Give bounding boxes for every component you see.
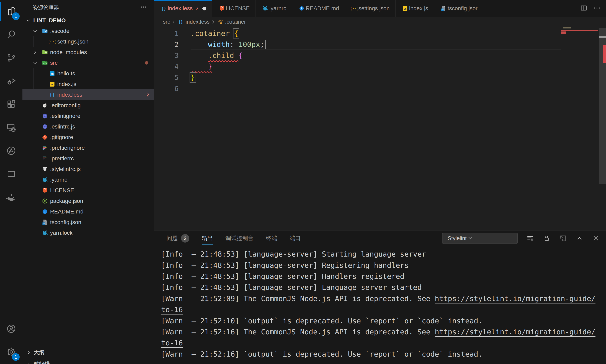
- minimap-code-mark: [563, 27, 571, 28]
- activity-item-run-and-debug[interactable]: [0, 70, 23, 93]
- tree-item-settings.json[interactable]: {··}settings.json: [23, 36, 154, 47]
- explorer-more-actions-icon[interactable]: [140, 3, 147, 12]
- editor-tab-bar: {}index.less2LICENSE.yarnrciREADME.md{··…: [154, 0, 606, 17]
- explorer-title: 资源管理器: [33, 4, 59, 11]
- tree-item-label: .eslintignore: [50, 113, 80, 119]
- tree-item-.gitignore[interactable]: .gitignore: [23, 132, 154, 143]
- output-link[interactable]: https://stylelint.io/migration-guide/: [435, 294, 595, 303]
- tree-item-.prettierrc[interactable]: .prettierrc: [23, 153, 154, 164]
- code-editor[interactable]: 1.cotainer {2 width: 100px;3 .child {4 }…: [154, 27, 606, 230]
- editor-actions: [575, 0, 606, 17]
- tab-.yarnrc[interactable]: .yarnrc: [256, 0, 292, 17]
- editor-scrollbar[interactable]: [599, 27, 606, 230]
- tree-item-.prettierignore[interactable]: .prettierignore: [23, 143, 154, 153]
- code-text: [191, 83, 561, 94]
- code-token: 100px: [238, 40, 260, 49]
- minimap[interactable]: [561, 27, 599, 230]
- panel-action-icons: [526, 234, 600, 242]
- tree-item-LICENSE[interactable]: LICENSE: [23, 185, 154, 196]
- lock-icon[interactable]: [543, 234, 551, 242]
- tab-README.md[interactable]: iREADME.md: [292, 0, 345, 17]
- tree-item-.vscode[interactable]: .vscode: [23, 26, 154, 36]
- tree-item-yarn.lock[interactable]: yarn.lock: [23, 228, 154, 238]
- tree-item-.editorconfig[interactable]: .editorconfig: [23, 100, 154, 111]
- clear-output-icon[interactable]: [526, 234, 534, 242]
- less-icon: {}: [160, 5, 168, 12]
- svg-text:</>: </>: [43, 62, 47, 64]
- close-icon[interactable]: [592, 234, 600, 242]
- breadcrumb-item-src[interactable]: src: [163, 19, 170, 25]
- tree-root-lint-demo[interactable]: LINT_DEMO: [23, 15, 154, 26]
- activity-item-source-control[interactable]: [0, 47, 23, 70]
- tree-item-src[interactable]: </>src: [23, 58, 154, 68]
- tree-item-label: .stylelintrc.js: [50, 166, 80, 172]
- activity-item-magic-lamp[interactable]: [0, 186, 23, 209]
- source-control-icon: [6, 52, 16, 64]
- tree-item-label: package.json: [50, 198, 83, 204]
- tab-problems-badge: 2: [196, 5, 198, 12]
- tree-item-hello.ts[interactable]: TShello.ts: [23, 68, 154, 79]
- activity-item-share[interactable]: [0, 140, 23, 163]
- section-outline[interactable]: 大纲: [23, 347, 154, 358]
- tree-item-label: index.less: [57, 91, 82, 98]
- tab-LICENSE[interactable]: LICENSE: [212, 0, 256, 17]
- panel-tab-问题[interactable]: 问题2: [167, 231, 189, 246]
- tree-item-package.json[interactable]: JSpackage.json: [23, 196, 154, 206]
- folder-node-icon: [40, 49, 49, 56]
- tab-label: .yarnrc: [269, 5, 286, 12]
- tree-item-index.less[interactable]: {}index.less2: [23, 89, 154, 100]
- output-link[interactable]: to-16: [161, 339, 183, 347]
- activity-item-explorer[interactable]: 1: [0, 0, 23, 23]
- more-actions-icon[interactable]: [593, 4, 601, 13]
- activity-item-remote-explorer[interactable]: [0, 116, 23, 140]
- activity-item-manage[interactable]: 1: [0, 341, 23, 364]
- code-text: .child {: [191, 50, 561, 61]
- tree-item-.eslintrc.js[interactable]: .eslintrc.js: [23, 121, 154, 132]
- tree-item-.stylelintrc.js[interactable]: .stylelintrc.js: [23, 164, 154, 174]
- panel-tab-终端[interactable]: 终端: [266, 231, 277, 246]
- tab-settings.json[interactable]: {··}settings.json: [345, 0, 396, 17]
- svg-text:{}: {}: [161, 6, 166, 11]
- activity-item-accounts[interactable]: [0, 317, 23, 341]
- activity-item-extensions[interactable]: [0, 93, 23, 116]
- svg-text:i: i: [44, 210, 45, 213]
- output-text: [Warn — 21:52:10] `output` is deprecated…: [161, 317, 483, 325]
- tab-tsconfig.jsor[interactable]: TStsconfig.jsor: [434, 0, 483, 17]
- output-link[interactable]: https://stylelint.io/migration-guide/: [435, 328, 595, 336]
- tree-item-index.js[interactable]: JSindex.js: [23, 79, 154, 89]
- tree-item-label: .yarnrc: [50, 177, 67, 183]
- chevron-up-icon[interactable]: [576, 234, 583, 242]
- tree-item-label: .vscode: [50, 28, 70, 34]
- tree-item-.eslintignore[interactable]: .eslintignore: [23, 111, 154, 121]
- output-channel-select[interactable]: Stylelint: [442, 233, 518, 244]
- breadcrumb-item-index.less[interactable]: {}index.less: [177, 19, 210, 25]
- tab-index.js[interactable]: JSindex.js: [396, 0, 434, 17]
- output-text: [Info — 21:48:53] [language-server] Regi…: [161, 261, 409, 269]
- panel-tab-端口[interactable]: 端口: [290, 231, 301, 246]
- panel-tab-输出[interactable]: 输出: [202, 231, 213, 246]
- section-timeline[interactable]: 时间线: [23, 358, 154, 364]
- activity-item-panel-window[interactable]: [0, 163, 23, 186]
- tree-item-node_modules[interactable]: node_modules: [23, 47, 154, 58]
- section-timeline-label: 时间线: [34, 360, 50, 364]
- tab-index.less[interactable]: {}index.less2: [154, 0, 212, 17]
- tsconfig-icon: TS: [40, 219, 49, 226]
- run-debug-icon: [6, 76, 16, 87]
- tree-item-.yarnrc[interactable]: .yarnrc: [23, 174, 154, 185]
- tree-item-README.md[interactable]: iREADME.md: [23, 206, 154, 217]
- open-output-editor-icon[interactable]: [559, 234, 567, 242]
- output-text: [Info — 21:48:53] [language-server] Star…: [161, 250, 426, 258]
- split-editor-icon[interactable]: [580, 4, 588, 13]
- code-token: [191, 40, 208, 49]
- output-line: [Warn — 21:52:16] `output` is deprecated…: [161, 349, 606, 360]
- panel-tab-调试控制台[interactable]: 调试控制台: [225, 231, 254, 246]
- breadcrumb-item-.cotainer[interactable]: .cotainer: [217, 19, 246, 25]
- sidebar-explorer: 资源管理器 LINT_DEMO .vscode{··}settings.json…: [23, 0, 154, 364]
- line-number: 1: [154, 29, 191, 38]
- tree-item-label: yarn.lock: [50, 230, 73, 236]
- activity-item-search[interactable]: [0, 23, 23, 47]
- output-link[interactable]: to-16: [161, 305, 183, 314]
- tree-item-tsconfig.json[interactable]: TStsconfig.json: [23, 217, 154, 228]
- explorer-header: 资源管理器: [23, 0, 154, 15]
- tree-item-label: node_modules: [50, 49, 87, 55]
